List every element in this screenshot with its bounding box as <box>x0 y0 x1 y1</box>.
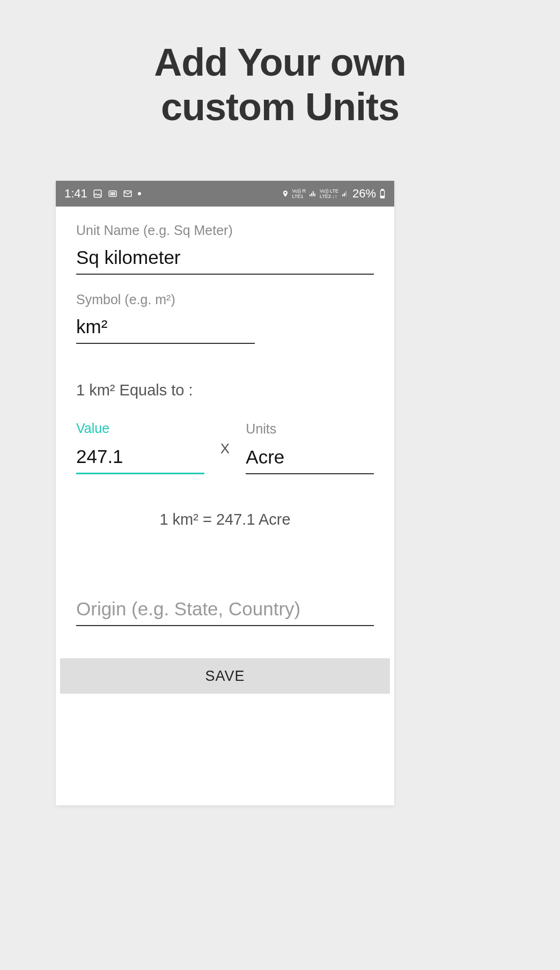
title-line-2: custom Units <box>161 85 399 128</box>
svg-point-7 <box>114 194 115 195</box>
unit-name-label: Unit Name (e.g. Sq Meter) <box>76 223 374 238</box>
lte1-indicator: Vo)) RLTE1 <box>292 188 306 199</box>
value-units-row: Value X Units <box>76 421 374 474</box>
origin-input[interactable] <box>76 593 374 626</box>
lte2-indicator: Vo)) LTELTE2 ↓↑ <box>320 188 338 199</box>
status-dot-icon <box>138 192 141 195</box>
signal1-icon <box>309 190 316 197</box>
svg-point-4 <box>114 193 115 194</box>
symbol-input[interactable] <box>76 307 255 344</box>
x-separator: X <box>204 440 246 474</box>
signal2-icon <box>342 190 349 197</box>
value-column: Value <box>76 421 204 474</box>
units-label: Units <box>246 421 374 437</box>
value-label: Value <box>76 421 204 436</box>
status-left: 1:41 <box>64 187 141 201</box>
battery-icon <box>379 189 386 199</box>
svg-point-3 <box>112 193 113 194</box>
equals-label: 1 km² Equals to : <box>76 381 374 399</box>
units-input[interactable] <box>246 437 374 474</box>
save-area: SAVE <box>56 658 394 698</box>
form-area: Unit Name (e.g. Sq Meter) Symbol (e.g. m… <box>56 207 394 626</box>
save-button[interactable]: SAVE <box>60 658 390 694</box>
status-time: 1:41 <box>64 187 87 201</box>
keyboard-icon <box>108 189 117 199</box>
unit-name-input[interactable] <box>76 238 374 275</box>
value-input[interactable] <box>76 436 204 474</box>
location-icon <box>282 190 289 197</box>
mail-icon <box>123 189 132 199</box>
svg-rect-10 <box>381 189 384 190</box>
equation-display: 1 km² = 247.1 Acre <box>76 511 374 528</box>
svg-rect-11 <box>381 196 384 198</box>
page-title: Add Your own custom Units <box>0 0 560 129</box>
image-icon <box>93 189 102 199</box>
phone-frame: 1:41 Vo)) RLTE1 Vo)) LTELTE2 ↓↑ <box>56 181 394 805</box>
units-column: Units <box>246 421 374 474</box>
svg-point-2 <box>110 193 112 194</box>
svg-point-6 <box>112 194 113 195</box>
bottom-whitespace <box>56 698 394 805</box>
symbol-label: Symbol (e.g. m²) <box>76 292 374 307</box>
svg-point-5 <box>110 194 112 195</box>
status-right: Vo)) RLTE1 Vo)) LTELTE2 ↓↑ 26% <box>282 187 386 201</box>
svg-rect-0 <box>94 190 101 197</box>
status-bar: 1:41 Vo)) RLTE1 Vo)) LTELTE2 ↓↑ <box>56 181 394 207</box>
battery-percent: 26% <box>352 187 376 201</box>
title-line-1: Add Your own <box>154 41 406 84</box>
